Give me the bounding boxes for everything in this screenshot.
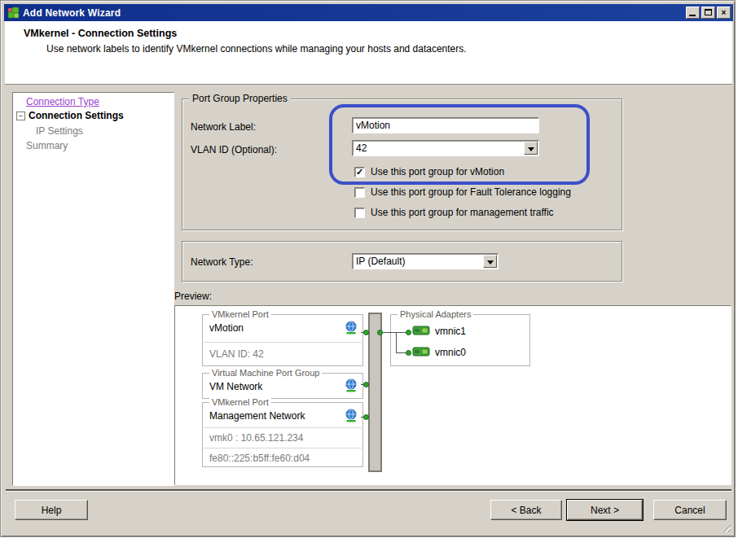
vmnic1-label: vmnic1	[435, 326, 466, 337]
preview-diagram: VMkernel Port vMotion VLAN ID: 42 Virtua…	[174, 305, 731, 485]
fault-tolerance-checkbox-label: Use this port group for Fault Tolerance …	[371, 186, 571, 198]
page-description: Use network labels to identify VMkernel …	[46, 43, 467, 55]
next-button[interactable]: Next >	[567, 500, 643, 520]
network-type-groupbox: Network Type: IP (Default)	[182, 241, 622, 282]
fault-tolerance-checkbox[interactable]	[354, 187, 365, 198]
preview-vmotion-group: VMkernel Port vMotion VLAN ID: 42	[202, 314, 363, 366]
minimize-icon	[689, 15, 696, 16]
preview-group-type: VMkernel Port	[209, 397, 271, 407]
network-label-input[interactable]: vMotion	[352, 117, 539, 133]
preview-group-type: Physical Adapters	[398, 309, 473, 319]
vmotion-checkbox-row[interactable]: ✓ Use this port group for vMotion	[354, 166, 504, 177]
window-title: Add Network Wizard	[23, 7, 686, 19]
vmnic0-label: vmnic0	[435, 347, 466, 358]
sidebar-item-connection-settings[interactable]: − Connection Settings	[16, 110, 124, 121]
sidebar-item-summary: Summary	[26, 140, 68, 151]
sidebar-item-connection-type[interactable]: Connection Type	[26, 96, 99, 107]
preview-physical-adapters-group: Physical Adapters vmnic1 vmnic0	[390, 314, 530, 366]
check-icon: ✓	[355, 168, 364, 177]
vlan-id-combobox[interactable]: 42	[352, 140, 539, 156]
collapse-minus-icon[interactable]: −	[16, 112, 25, 120]
preview-port-name: VM Network	[209, 381, 262, 392]
close-icon: ×	[718, 7, 730, 18]
vsphere-app-icon	[7, 7, 20, 19]
preview-ipv6-detail: fe80::225:b5ff:fe60:d04	[209, 453, 310, 464]
preview-group-type: VMkernel Port	[209, 309, 271, 319]
connector-dot	[406, 350, 411, 356]
preview-vm-network-group: Virtual Machine Port Group VM Network	[202, 373, 363, 399]
preview-group-type: Virtual Machine Port Group	[209, 368, 322, 378]
divider	[6, 489, 731, 491]
management-traffic-checkbox-row[interactable]: Use this port group for management traff…	[354, 207, 554, 218]
network-globe-icon	[345, 409, 358, 422]
maximize-icon	[705, 9, 712, 15]
add-network-wizard-dialog: Add Network Wizard × VMkernel - Connecti…	[0, 0, 736, 537]
chevron-down-icon	[528, 147, 534, 155]
network-type-combobox[interactable]: IP (Default)	[352, 253, 499, 269]
maximize-button[interactable]	[701, 7, 715, 19]
minimize-button[interactable]	[686, 7, 700, 19]
back-button[interactable]: < Back	[490, 500, 562, 520]
vmotion-checkbox-label: Use this port group for vMotion	[371, 166, 504, 177]
connector-dot	[377, 330, 383, 335]
vlan-id-label: VLAN ID (Optional):	[191, 144, 277, 155]
network-globe-icon	[345, 378, 358, 392]
help-button[interactable]: Help	[15, 500, 88, 520]
divider	[204, 448, 362, 448]
preview-label: Preview:	[174, 291, 212, 302]
preview-port-name: vMotion	[209, 322, 244, 334]
sidebar-item-ip-settings: IP Settings	[36, 125, 83, 137]
wizard-header: VMkernel - Connection Settings Use netwo…	[5, 21, 732, 85]
network-globe-icon	[345, 321, 358, 335]
connector-dot	[363, 382, 369, 387]
preview-management-group: VMkernel Port Management Network vmk0 : …	[202, 402, 363, 467]
management-traffic-checkbox-label: Use this port group for management traff…	[371, 207, 554, 218]
cancel-button[interactable]: Cancel	[653, 500, 727, 520]
divider	[204, 342, 362, 343]
title-bar[interactable]: Add Network Wizard ×	[4, 4, 733, 21]
chevron-down-icon	[487, 260, 494, 268]
sidebar-item-label: Connection Settings	[29, 110, 124, 121]
screenshot-canvas: Add Network Wizard × VMkernel - Connecti…	[0, 0, 738, 560]
network-type-label: Network Type:	[191, 256, 253, 268]
vmnic1-adapter-icon	[412, 325, 430, 336]
network-type-value: IP (Default)	[356, 256, 405, 267]
connector-line	[396, 332, 397, 353]
divider	[204, 427, 362, 428]
vmnic0-adapter-icon	[412, 346, 430, 357]
wizard-steps-sidebar: Connection Type − Connection Settings IP…	[12, 92, 174, 486]
connector-line	[382, 332, 397, 333]
network-label-label: Network Label:	[191, 121, 256, 133]
vlan-id-value: 42	[356, 142, 367, 154]
fault-tolerance-checkbox-row[interactable]: Use this port group for Fault Tolerance …	[354, 186, 571, 198]
close-button[interactable]: ×	[717, 7, 731, 19]
vlan-dropdown-button[interactable]	[524, 142, 538, 155]
vmotion-checkbox[interactable]: ✓	[354, 167, 365, 177]
page-title: VMkernel - Connection Settings	[24, 28, 177, 39]
preview-port-name: Management Network	[209, 410, 305, 422]
connector-dot	[363, 330, 369, 335]
network-type-dropdown-button[interactable]	[483, 255, 497, 268]
groupbox-title: Port Group Properties	[189, 93, 291, 104]
window-controls: ×	[686, 7, 731, 19]
port-group-properties-groupbox: Port Group Properties Network Label: vMo…	[182, 98, 622, 230]
connector-dot	[363, 414, 369, 420]
resize-grip[interactable]	[720, 522, 731, 532]
preview-vlan-detail: VLAN ID: 42	[209, 348, 264, 360]
management-traffic-checkbox[interactable]	[354, 208, 365, 218]
connector-dot	[406, 330, 411, 335]
vswitch-bar	[368, 313, 382, 472]
preview-vmk0-detail: vmk0 : 10.65.121.234	[209, 432, 303, 444]
